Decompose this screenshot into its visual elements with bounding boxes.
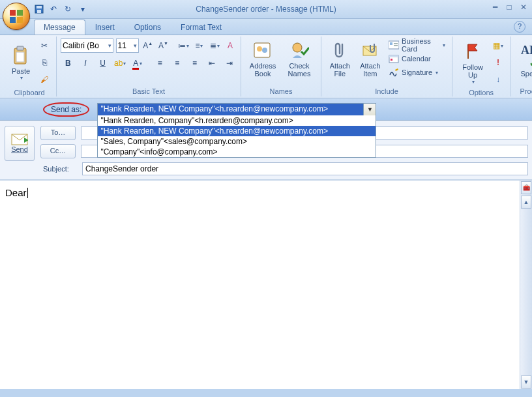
low-importance-button[interactable]: ↓: [490, 72, 506, 87]
copy-button[interactable]: ⎘: [37, 55, 52, 70]
clear-formatting-button[interactable]: A: [224, 38, 237, 53]
attach-item-button[interactable]: Attach Item: [356, 38, 385, 80]
align-center-button[interactable]: ≡: [170, 55, 185, 71]
signature-label: Signature: [402, 68, 432, 76]
calendar-icon: [389, 53, 399, 64]
vertical-scrollbar[interactable]: 🧰 ▲ ▼: [520, 181, 532, 389]
bullets-button[interactable]: ≔▾: [177, 38, 190, 53]
minimize-button[interactable]: ━: [490, 3, 499, 12]
tab-insert[interactable]: Insert: [85, 20, 125, 35]
multilevel-button[interactable]: ≣▾: [208, 38, 221, 53]
help-icon[interactable]: ?: [514, 21, 525, 33]
business-card-icon: [389, 40, 399, 50]
send-as-dropdown-button[interactable]: ▼: [363, 104, 376, 115]
svg-point-8: [262, 48, 267, 53]
follow-up-button[interactable]: Follow Up ▾: [456, 39, 489, 87]
chevron-down-icon: ▼: [367, 106, 373, 113]
subject-field[interactable]: [82, 162, 528, 175]
envelope-icon: [11, 134, 28, 145]
group-clipboard: Paste ▾ ✂ ⎘ 🖌 Clipboard: [3, 37, 57, 96]
redo-icon[interactable]: ↻: [63, 4, 73, 14]
shrink-font-icon: A▼: [158, 41, 168, 50]
checkmark-icon: ✔: [529, 58, 532, 68]
svg-rect-1: [37, 6, 42, 8]
tab-options[interactable]: Options: [125, 20, 171, 35]
send-as-dropdown-list: "Hank Rearden, Company"<h.rearden@compan…: [97, 115, 376, 158]
cut-button[interactable]: ✂: [37, 38, 52, 53]
undo-icon[interactable]: ↶: [48, 4, 59, 14]
send-as-option[interactable]: "Hank Rearden, Company"<h.rearden@compan…: [98, 115, 376, 126]
shrink-font-button[interactable]: A▼: [157, 38, 170, 53]
check-names-icon: [289, 40, 310, 61]
qat-dropdown-icon[interactable]: ▾: [77, 4, 88, 14]
permission-button[interactable]: ▦▾: [490, 38, 506, 53]
cc-button[interactable]: Cc…: [40, 144, 76, 158]
decrease-indent-button[interactable]: ⇤: [205, 55, 220, 71]
to-button[interactable]: To…: [40, 126, 76, 140]
grow-font-button[interactable]: A▲: [141, 38, 155, 53]
font-color-button[interactable]: A▾: [130, 55, 145, 71]
save-icon[interactable]: [34, 4, 44, 14]
group-label-include: Include: [325, 86, 448, 96]
business-card-button[interactable]: Business Card ▾: [386, 38, 448, 51]
office-logo-icon: [10, 10, 23, 23]
send-as-selected: "Hank Rearden, NEW Company"<h.rearden@ne…: [98, 104, 363, 115]
bullets-icon: ≔: [178, 41, 186, 50]
font-size-select[interactable]: 11▾: [116, 38, 139, 53]
align-center-icon: ≡: [175, 59, 179, 68]
address-book-button[interactable]: Address Book: [245, 38, 280, 80]
office-button[interactable]: [3, 3, 30, 30]
increase-indent-button[interactable]: ⇥: [222, 55, 237, 71]
calendar-button[interactable]: Calendar: [386, 52, 448, 65]
group-basic-text: Calibri (Bo▾ 11▾ A▲ A▼ ≔▾ ≡▾ ≣▾ A B I U …: [57, 37, 241, 96]
clipboard-icon: [10, 45, 31, 66]
chevron-down-icon: ▾: [442, 42, 445, 48]
send-as-combo[interactable]: "Hank Rearden, NEW Company"<h.rearden@ne…: [97, 103, 376, 116]
align-left-button[interactable]: ≡: [153, 55, 168, 71]
scroll-up-button[interactable]: ▲: [521, 196, 531, 209]
indent-icon: ⇥: [226, 59, 233, 68]
grow-font-icon: A▲: [143, 41, 153, 50]
scroll-down-button[interactable]: ▼: [521, 375, 531, 389]
paste-label: Paste: [12, 67, 30, 75]
send-as-option[interactable]: "Company"<info@company.com>: [98, 147, 376, 157]
group-label-options: Options: [456, 87, 506, 98]
paste-button[interactable]: Paste ▾: [7, 43, 35, 83]
italic-button[interactable]: I: [78, 55, 93, 71]
title-bar: ↶ ↻ ▾ ChangeSender order - Message (HTML…: [0, 0, 532, 19]
format-painter-button[interactable]: 🖌: [37, 72, 52, 87]
permission-icon: ▦: [493, 41, 500, 50]
chevron-down-icon: ▾: [20, 75, 23, 81]
close-button[interactable]: ✕: [519, 3, 528, 12]
tab-format-text[interactable]: Format Text: [171, 20, 231, 35]
high-importance-button[interactable]: !: [490, 55, 506, 70]
send-as-option[interactable]: "Sales, Company"<sales@company.com>: [98, 136, 376, 147]
body-text: Dear: [5, 187, 27, 198]
highlight-button[interactable]: ab▾: [113, 55, 128, 71]
spelling-button[interactable]: ABC ✔ Spelling ▾: [514, 38, 532, 85]
group-options: Follow Up ▾ ▦▾ ! ↓ Options: [452, 37, 510, 96]
scroll-track[interactable]: [520, 209, 532, 375]
maximize-button[interactable]: □: [505, 3, 514, 12]
check-names-button[interactable]: Check Names: [282, 38, 317, 80]
group-include: Attach File Attach Item Business Card ▾: [321, 37, 452, 96]
send-label: Send: [11, 145, 28, 153]
svg-rect-16: [389, 55, 398, 57]
underline-button[interactable]: U: [95, 55, 110, 71]
down-arrow-icon: ↓: [496, 75, 500, 84]
numbering-button[interactable]: ≡▾: [193, 38, 206, 53]
font-family-select[interactable]: Calibri (Bo▾: [61, 38, 113, 53]
bold-button[interactable]: B: [61, 55, 76, 71]
font-family-value: Calibri (Bo: [63, 41, 99, 50]
attach-file-button[interactable]: Attach File: [325, 38, 355, 80]
send-as-option[interactable]: "Hank Rearden, NEW Company"<h.rearden@ne…: [98, 126, 376, 136]
svg-point-9: [293, 43, 302, 52]
send-button[interactable]: Send: [5, 126, 35, 161]
tab-message[interactable]: Message: [34, 20, 85, 35]
signature-button[interactable]: Signature ▾: [386, 66, 448, 79]
message-body[interactable]: Dear: [0, 181, 520, 389]
svg-rect-13: [394, 43, 398, 44]
align-right-button[interactable]: ≡: [187, 55, 202, 71]
toolbox-icon[interactable]: 🧰: [521, 181, 531, 194]
font-color-icon: A: [132, 59, 139, 68]
